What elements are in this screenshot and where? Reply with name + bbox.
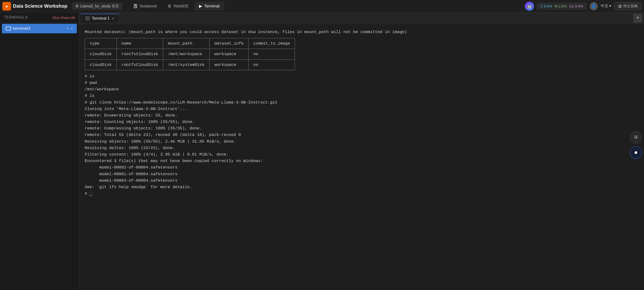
terminal-line-19: # █ — [85, 190, 638, 197]
terminal-line-0: # ls — [85, 73, 638, 80]
terminal-tab-icon: ⬛ — [85, 16, 90, 21]
config-label: 配置 — [112, 4, 119, 8]
terminal-line-13: Encountered 3 file(s) that may not have … — [85, 158, 638, 164]
col-name: name — [116, 38, 163, 49]
app-title: Data Science Workshop — [13, 3, 67, 9]
dataset-table: type name mount_path dataset_info commit… — [85, 38, 295, 70]
terminal-content[interactable]: Mounted datasets: (mount_path is where y… — [79, 24, 644, 290]
tab-webide[interactable]: 🖥 WebIDE — [163, 2, 193, 11]
terminal-item-icon — [6, 27, 11, 31]
table-cell-1-4: no — [248, 59, 295, 70]
edit-icon[interactable]: ✎ — [67, 26, 69, 31]
sidebar-item-terminal1[interactable]: terminal/1 ✎ ✕ — [2, 24, 77, 33]
terminal-line-9: remote: Total 55 (delta 23), reused 48 (… — [85, 131, 638, 138]
sidebar-item-label: terminal/1 — [13, 26, 31, 31]
terminal-icon: ▶ — [199, 4, 202, 9]
project-tab[interactable]: ⚙ Llama3_for_study 配置 — [72, 3, 122, 10]
memory-stat: M 2.5% — [554, 4, 567, 8]
user-avatar[interactable]: 👤 — [590, 2, 598, 10]
app-logo: ◈ — [2, 2, 11, 11]
table-cell-1-0: cloudDisk — [85, 59, 117, 70]
col-dataset-info: dataset_info — [209, 38, 248, 49]
chat-button[interactable]: ● — [630, 147, 642, 159]
table-cell-0-4: no — [248, 49, 295, 59]
resource-stats: C 0.5% M 2.5% G1 0.0% — [537, 3, 586, 9]
terminal-label: Terminal — [204, 4, 219, 9]
webide-label: WebIDE — [174, 4, 188, 9]
terminal-line-3: # ls — [85, 92, 638, 99]
table-cell-1-1: rootfsCloudDisk — [116, 59, 163, 70]
sidebar-title: TERMINALS — [4, 15, 28, 20]
stop-instance-button[interactable]: ⏻ 停止实例 — [614, 2, 642, 10]
language-selector[interactable]: 中文 ▾ — [601, 4, 611, 9]
sidebar-header: TERMINALS Shut Down All — [0, 13, 79, 23]
chat-icon: ● — [634, 149, 638, 156]
stop-label: 停止实例 — [623, 4, 638, 8]
project-tab-label: Llama3_for_study — [80, 4, 110, 8]
shutdown-all-button[interactable]: Shut Down All — [53, 16, 75, 20]
col-commit-to-image: commit_to_image — [248, 38, 295, 49]
ai-assistant-icon[interactable]: 🤖 — [525, 2, 534, 11]
translate-button[interactable]: 译 — [630, 131, 642, 143]
add-terminal-button[interactable]: + — [634, 14, 642, 23]
table-cell-1-3: workspace — [209, 59, 248, 70]
table-row: cloudDiskrootfsCloudDisk/mnt/systemDiskw… — [85, 59, 295, 70]
translate-icon: 译 — [634, 135, 638, 140]
cpu-stat: C 0.5% — [540, 4, 552, 8]
terminal-line-6: remote: Enumerating objects: 55, done. — [85, 112, 638, 119]
terminal-line-18: See: `git lfs help smudge` for more deta… — [85, 184, 638, 190]
terminal-tab-close[interactable]: ✕ — [112, 17, 114, 20]
table-cell-0-2: /mnt/workspace — [163, 49, 209, 59]
terminal-line-8: remote: Compressing objects: 100% (35/35… — [85, 125, 638, 131]
terminal-line-11: Resolving deltas: 100% (23/23), done. — [85, 145, 638, 151]
notebook-label: Notebook — [140, 4, 157, 9]
col-mount-path: mount_path — [163, 38, 209, 49]
tab-terminal[interactable]: ▶ Terminal — [194, 2, 224, 11]
terminal-line-15: model-00001-of-00004.safetensors — [85, 171, 638, 177]
webide-icon: 🖥 — [168, 4, 172, 9]
tab-notebook[interactable]: 📓 Notebook — [128, 2, 162, 11]
terminal-line-4: # git clone https://www.modelscope.cn/LL… — [85, 99, 638, 106]
right-panel: ⬛ Terminal 1 ✕ + Mounted datasets: (moun… — [79, 13, 644, 290]
sidebar: TERMINALS Shut Down All terminal/1 ✎ ✕ — [0, 13, 79, 290]
power-icon: ⏻ — [618, 4, 622, 8]
table-cell-0-1: rootfsCloudDisk — [116, 49, 163, 59]
floating-buttons: 译 ● — [628, 129, 644, 161]
terminal-line-1: # pwd — [85, 80, 638, 86]
gpu-stat: G1 0.0% — [569, 4, 583, 8]
table-row: cloudDiskrootfsCloudDisk/mnt/workspacewo… — [85, 49, 295, 59]
sidebar-item-actions: ✎ ✕ — [67, 26, 73, 31]
topbar-right: 🤖 C 0.5% M 2.5% G1 0.0% 👤 中文 ▾ ⏻ 停止实例 — [525, 2, 642, 11]
terminal-tabs-bar: ⬛ Terminal 1 ✕ + — [79, 13, 644, 24]
table-cell-0-0: cloudDisk — [85, 49, 117, 59]
topbar: ◈ Data Science Workshop ⚙ Llama3_for_stu… — [0, 0, 644, 13]
terminal-line-14: model-00002-of-00004.safetensors — [85, 164, 638, 171]
main-area: TERMINALS Shut Down All terminal/1 ✎ ✕ ⬛… — [0, 13, 644, 290]
nav-tabs: 📓 Notebook 🖥 WebIDE ▶ Terminal — [128, 2, 224, 11]
terminal-tab-1[interactable]: ⬛ Terminal 1 ✕ — [81, 14, 119, 23]
table-cell-0-3: workspace — [209, 49, 248, 59]
table-cell-1-2: /mnt/systemDisk — [163, 59, 209, 70]
terminal-line-10: Receiving objects: 100% (55/55), 2.46 Mi… — [85, 138, 638, 145]
terminal-line-12: Filtering content: 100% (4/4), 2.95 GiB … — [85, 151, 638, 158]
terminal-tab-label: Terminal 1 — [92, 16, 110, 21]
terminal-line-7: remote: Counting objects: 100% (55/55), … — [85, 119, 638, 125]
table-header-row: type name mount_path dataset_info commit… — [85, 38, 295, 49]
terminal-line-2: /mnt/workspace — [85, 86, 638, 92]
intro-line: Mounted datasets: (mount_path is where y… — [85, 29, 638, 35]
col-type: type — [85, 38, 117, 49]
notebook-icon: 📓 — [133, 4, 138, 9]
terminal-line-5: Cloning into 'Meta-Llama-3-8B-Instruct'.… — [85, 106, 638, 112]
terminal-line-16: model-00003-of-00004.safetensors — [85, 177, 638, 184]
close-icon[interactable]: ✕ — [71, 26, 73, 31]
config-icon: ⚙ — [75, 4, 79, 8]
